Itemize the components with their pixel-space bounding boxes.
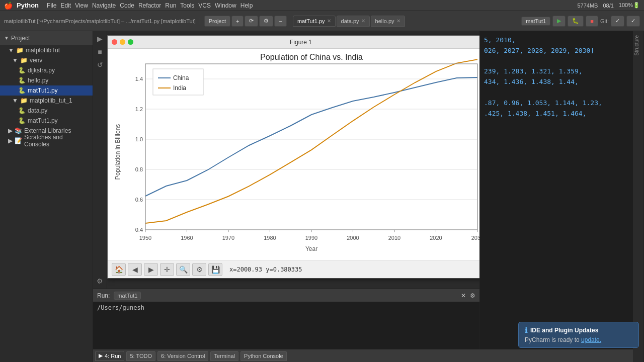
population-chart[interactable]: Population of China vs. India Population… [113, 54, 479, 255]
tab-mattut1[interactable]: matTut1.py ✕ [293, 16, 336, 27]
tab-todo-label: 5: TODO [130, 353, 152, 359]
right-line-2: 026, 2027, 2028, 2029, 2030] [484, 46, 629, 56]
file-icon-dijkstra: 🐍 [18, 67, 26, 74]
sidebar-item-mattut1-2[interactable]: 🐍 matTut1.py [0, 116, 93, 126]
mac-bar-right: 5774MB 08/1 100%🔋 [577, 2, 640, 9]
right-line-4: 434, 1.436, 1.438, 1.44, [484, 77, 629, 87]
sidebar: ▼ Project ▼ 📁 matplotlibTut ▼ 📁 venv 🐍 d… [0, 31, 93, 362]
tab-data[interactable]: data.py ✕ [337, 16, 370, 27]
maximize-button[interactable] [128, 39, 133, 45]
file-icon-data: 🐍 [18, 107, 26, 114]
menu-help[interactable]: Help [240, 2, 253, 9]
fig-subplots-btn[interactable]: ⚙ [192, 263, 206, 276]
sidebar-item-matplotlibtut1[interactable]: ▼ 📁 matplotlib_tut_1 [0, 96, 93, 106]
popup-message-text: PyCharm is ready to [525, 336, 580, 343]
svg-text:0.8: 0.8 [135, 166, 143, 172]
tab-data-close[interactable]: ✕ [361, 18, 365, 24]
file-icon-mattut1-2: 🐍 [18, 117, 26, 124]
menu-navigate[interactable]: Navigate [92, 2, 116, 9]
sidebar-item-matplotlibtut[interactable]: ▼ 📁 matplotlibTut [0, 45, 93, 55]
toolbar-settings-btn[interactable]: ⚙ [259, 16, 273, 27]
sidebar-item-dijkstra[interactable]: 🐍 dijkstra.py [0, 65, 93, 75]
toolbar-minus-btn[interactable]: − [274, 16, 286, 27]
menu-code[interactable]: Code [120, 2, 134, 9]
memory-indicator: 5774MB [577, 3, 598, 9]
menu-refactor[interactable]: Refactor [138, 2, 161, 9]
fig-back-btn[interactable]: ◀ [128, 263, 142, 276]
svg-text:1960: 1960 [181, 235, 193, 241]
fig-pan-btn[interactable]: ✛ [160, 263, 174, 276]
fig-save-btn[interactable]: 💾 [208, 263, 222, 276]
tab-hello[interactable]: hello.py ✕ [371, 16, 405, 27]
tab-data-label: data.py [341, 18, 359, 24]
sidebar-hello-label: hello.py [28, 77, 48, 84]
run-settings-icon[interactable]: ⚙ [470, 292, 475, 299]
git-up-btn[interactable]: ✓ [626, 16, 640, 27]
editor-tabs: matTut1.py ✕ data.py ✕ hello.py ✕ [293, 16, 405, 27]
structure-tab[interactable]: Structure [633, 31, 643, 60]
mac-menu-bar: 🍎 Python File Edit View Navigate Code Re… [0, 0, 644, 11]
svg-text:1970: 1970 [222, 235, 234, 241]
tab-todo[interactable]: 5: TODO [126, 351, 155, 361]
sidebar-item-hello[interactable]: 🐍 hello.py [0, 75, 93, 85]
svg-text:2000: 2000 [347, 235, 359, 241]
sidebar-item-label: matplotlibTut [26, 47, 60, 54]
git-check-btn[interactable]: ✓ [611, 16, 624, 27]
popup-title-text: IDE and Plugin Updates [530, 327, 598, 334]
figure-title: Figure 1 [290, 39, 312, 46]
sidebar-item-data[interactable]: 🐍 data.py [0, 106, 93, 116]
sidebar-mattut1-label: matTut1.py [28, 87, 58, 94]
menu-vcs[interactable]: VCS [198, 2, 211, 9]
stop-btn[interactable]: ■ [586, 16, 598, 27]
fig-forward-btn[interactable]: ▶ [144, 263, 158, 276]
action-settings-btn[interactable]: ⚙ [95, 276, 106, 287]
debug-btn[interactable]: 🐛 [568, 16, 584, 27]
tab-vcs[interactable]: 6: Version Control [157, 351, 208, 361]
sidebar-item-scratches[interactable]: ▶ 📝 Scratches and Consoles [0, 136, 93, 146]
menu-window[interactable]: Window [215, 2, 236, 9]
svg-text:0.6: 0.6 [135, 197, 143, 203]
tab-python-console[interactable]: Python Console [240, 351, 287, 361]
svg-text:2010: 2010 [388, 235, 400, 241]
y-axis-label: Population in Billions [114, 124, 121, 180]
menu-tools[interactable]: Tools [180, 2, 194, 9]
apple-icon: 🍎 [4, 2, 13, 10]
sidebar-scratches-label: Scratches and Consoles [24, 134, 89, 148]
run-panel-content: /Users/gunesh [93, 302, 479, 349]
action-rerun-btn[interactable]: ↺ [95, 59, 106, 70]
action-stop-btn[interactable]: ■ [95, 46, 106, 57]
left-side-tabs: Structure [633, 31, 644, 362]
run-btn[interactable]: ▶ [552, 16, 566, 27]
tab-hello-close[interactable]: ✕ [396, 18, 400, 24]
tab-mattut1-close[interactable]: ✕ [327, 18, 331, 24]
action-run-btn[interactable]: ▶ [95, 33, 106, 44]
run-panel: Run: matTut1 ✕ ⚙ /Users/gunesh [93, 289, 479, 349]
toolbar-sync-btn[interactable]: ⟳ [245, 16, 258, 27]
sidebar-tut1-label: matplotlib_tut_1 [30, 97, 72, 104]
menu-edit[interactable]: Edit [60, 2, 71, 9]
sidebar-mattut1-2-label: matTut1.py [28, 117, 58, 124]
close-button[interactable] [112, 39, 117, 45]
project-dropdown[interactable]: Project [204, 16, 230, 27]
tab-terminal[interactable]: Terminal [210, 351, 238, 361]
toolbar-add-btn[interactable]: + [231, 16, 244, 27]
figure-titlebar: Figure 1 [108, 36, 479, 49]
tab-run[interactable]: ▶ 4: Run [95, 351, 124, 361]
sidebar-collapse-icon[interactable]: ▼ [4, 35, 9, 41]
file-icon-hello: 🐍 [18, 77, 26, 84]
update-link[interactable]: update. [581, 336, 601, 343]
menu-view[interactable]: View [75, 2, 88, 9]
folder-expand-icon-tut1: ▼ [12, 97, 18, 104]
folder-icon: 📁 [16, 47, 24, 54]
menu-file[interactable]: File [47, 2, 56, 9]
run-close-icon[interactable]: ✕ [461, 292, 466, 299]
fig-zoom-btn[interactable]: 🔍 [176, 263, 190, 276]
fig-home-btn[interactable]: 🏠 [112, 263, 126, 276]
svg-text:0.4: 0.4 [135, 227, 143, 233]
main-layout: ▼ Project ▼ 📁 matplotlibTut ▼ 📁 venv 🐍 d… [0, 31, 644, 362]
minimize-button[interactable] [120, 39, 125, 45]
menu-run[interactable]: Run [165, 2, 176, 9]
sidebar-item-mattut1[interactable]: 🐍 matTut1.py [0, 85, 93, 96]
sidebar-item-venv[interactable]: ▼ 📁 venv [0, 55, 93, 65]
svg-text:1.4: 1.4 [135, 76, 143, 82]
